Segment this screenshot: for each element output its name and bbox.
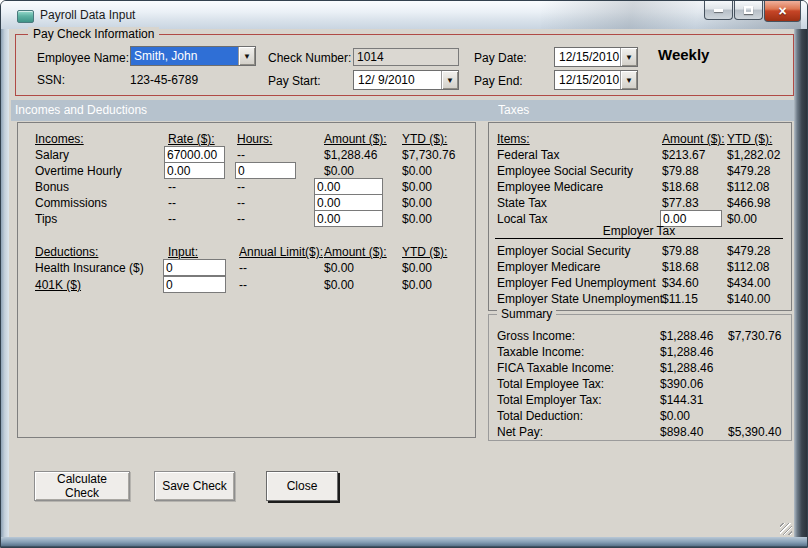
tips-amount-input[interactable] bbox=[314, 210, 383, 227]
save-check-button[interactable]: Save Check bbox=[154, 471, 235, 501]
ytd-col-header: YTD ($): bbox=[402, 132, 447, 146]
ssn-label: SSN: bbox=[37, 73, 65, 87]
summary-amount: $0.00 bbox=[660, 409, 690, 423]
income-ytd: $0.00 bbox=[402, 180, 432, 194]
overtime-rate-input[interactable] bbox=[164, 162, 225, 179]
tax-amount: $34.60 bbox=[662, 276, 699, 290]
pay-end-value: 12/15/2010 bbox=[555, 71, 620, 89]
titlebar[interactable]: Payroll Data Input bbox=[1, 1, 807, 29]
section-header-band: Incomes and Deductions Taxes bbox=[11, 100, 794, 121]
app-form-icon bbox=[17, 10, 34, 23]
amount-col-header: Amount ($): bbox=[324, 132, 387, 146]
incomes-header-row: Incomes: Rate ($): Hours: Amount ($): YT… bbox=[18, 132, 475, 148]
annual-limit-col-header: Annual Limit($): bbox=[239, 245, 323, 259]
pay-date-label: Pay Date: bbox=[474, 51, 527, 65]
taxes-header-row: Items: Amount ($): YTD ($): bbox=[489, 132, 791, 148]
income-ytd: $7,730.76 bbox=[402, 148, 455, 162]
employee-name-combobox[interactable]: Smith, John ▼ bbox=[130, 46, 256, 66]
check-number-label: Check Number: bbox=[268, 51, 351, 65]
pay-end-picker[interactable]: 12/15/2010 ▼ bbox=[554, 70, 638, 90]
summary-label: Net Pay: bbox=[497, 425, 543, 439]
chevron-down-icon[interactable]: ▼ bbox=[620, 71, 637, 89]
items-col-header: Items: bbox=[497, 132, 530, 146]
summary-label: Total Employee Tax: bbox=[497, 377, 604, 391]
income-amount: $0.00 bbox=[324, 164, 354, 178]
commissions-amount-input[interactable] bbox=[314, 194, 383, 211]
overtime-hours-input[interactable] bbox=[235, 162, 296, 179]
deduction-ytd: $0.00 bbox=[402, 278, 432, 292]
income-ytd: $0.00 bbox=[402, 164, 432, 178]
income-hours: -- bbox=[237, 212, 245, 226]
employer-tax-divider: Employer Tax bbox=[495, 224, 783, 239]
income-ytd: $0.00 bbox=[402, 196, 432, 210]
tax-amount: $11.15 bbox=[662, 292, 698, 306]
chevron-down-icon[interactable]: ▼ bbox=[620, 48, 637, 66]
pay-start-picker[interactable]: 12/ 9/2010 ▼ bbox=[353, 70, 459, 90]
summary-ytd: $5,390.40 bbox=[728, 425, 781, 439]
window-frame-right bbox=[794, 29, 807, 547]
taxes-section-header: Taxes bbox=[498, 103, 529, 117]
tax-label: Federal Tax bbox=[497, 148, 559, 162]
pay-frequency-label: Weekly bbox=[658, 46, 709, 63]
income-hours: -- bbox=[237, 196, 245, 210]
summary-group-title: Summary bbox=[497, 307, 556, 321]
deduction-label: Health Insurance ($) bbox=[35, 261, 144, 275]
deductions-col-header: Deductions: bbox=[35, 245, 98, 259]
summary-row-fica: FICA Taxable Income: $1,288.46 bbox=[489, 361, 791, 377]
tax-row-employer-fed-unemployment: Employer Fed Unemployment $34.60 $434.00 bbox=[489, 276, 791, 292]
income-row-overtime: Overtime Hourly $0.00 $0.00 bbox=[18, 164, 475, 180]
deduction-401k-link[interactable]: 401K ($) bbox=[35, 278, 81, 292]
incomes-deductions-panel: Incomes: Rate ($): Hours: Amount ($): YT… bbox=[17, 122, 476, 438]
income-rate: -- bbox=[168, 212, 176, 226]
income-label: Salary bbox=[35, 148, 69, 162]
chevron-down-icon[interactable]: ▼ bbox=[441, 71, 458, 89]
deduction-row-health-insurance: Health Insurance ($) -- $0.00 $0.00 bbox=[18, 261, 475, 277]
window-frame-bottom bbox=[1, 537, 807, 547]
income-row-tips: Tips -- -- $0.00 bbox=[18, 212, 475, 228]
summary-ytd: $7,730.76 bbox=[728, 329, 781, 343]
bonus-amount-input[interactable] bbox=[314, 178, 383, 195]
tax-ytd: $479.28 bbox=[727, 244, 770, 258]
caption-buttons: × bbox=[704, 1, 802, 23]
maximize-button[interactable] bbox=[734, 1, 763, 20]
chevron-down-icon[interactable]: ▼ bbox=[238, 47, 255, 65]
summary-amount: $1,288.46 bbox=[660, 329, 713, 343]
deduction-amount: $0.00 bbox=[324, 278, 354, 292]
hours-col-header: Hours: bbox=[237, 132, 272, 146]
summary-amount: $1,288.46 bbox=[660, 361, 713, 375]
401k-input[interactable] bbox=[163, 276, 226, 293]
close-window-button[interactable]: × bbox=[764, 1, 801, 22]
check-number-field[interactable] bbox=[353, 48, 459, 66]
calculate-check-button[interactable]: Calculate Check bbox=[34, 471, 130, 501]
minimize-icon bbox=[714, 9, 723, 12]
income-hours: -- bbox=[237, 148, 245, 162]
pay-date-picker[interactable]: 12/15/2010 ▼ bbox=[554, 47, 638, 67]
payroll-dialog-window: Payroll Data Input × Pay Check Informati… bbox=[0, 0, 808, 548]
health-insurance-input[interactable] bbox=[163, 259, 226, 276]
tax-label: Employer Medicare bbox=[497, 260, 600, 274]
income-row-bonus: Bonus -- -- $0.00 bbox=[18, 180, 475, 196]
resize-grip[interactable] bbox=[780, 523, 792, 535]
summary-amount: $144.31 bbox=[660, 393, 703, 407]
tax-ytd: $140.00 bbox=[727, 292, 770, 306]
employee-name-value: Smith, John bbox=[131, 47, 238, 65]
deduction-ytd: $0.00 bbox=[402, 261, 432, 275]
salary-rate-input[interactable] bbox=[164, 146, 225, 163]
income-label: Tips bbox=[35, 212, 57, 226]
summary-label: Gross Income: bbox=[497, 329, 575, 343]
tax-row-employer-state-unemployment: Employer State Unemployment $11.15 $140.… bbox=[489, 292, 791, 308]
employee-name-label: Employee Name: bbox=[37, 51, 129, 65]
tax-ytd: $1,282.02 bbox=[727, 148, 780, 162]
tax-amount: $18.68 bbox=[662, 180, 699, 194]
summary-row-total-deduction: Total Deduction: $0.00 bbox=[489, 409, 791, 425]
minimize-button[interactable] bbox=[704, 1, 733, 20]
income-rate: -- bbox=[168, 180, 176, 194]
tax-label: Employee Medicare bbox=[497, 180, 603, 194]
amount-col-header: Amount ($): bbox=[324, 245, 387, 259]
close-button[interactable]: Close bbox=[266, 471, 338, 501]
amount-col-header: Amount ($): bbox=[662, 132, 725, 146]
income-label: Bonus bbox=[35, 180, 69, 194]
summary-row-net-pay: Net Pay: $898.40 $5,390.40 bbox=[489, 425, 791, 441]
tax-label: Employer State Unemployment bbox=[497, 292, 663, 306]
incomes-section-header: Incomes and Deductions bbox=[15, 103, 147, 117]
